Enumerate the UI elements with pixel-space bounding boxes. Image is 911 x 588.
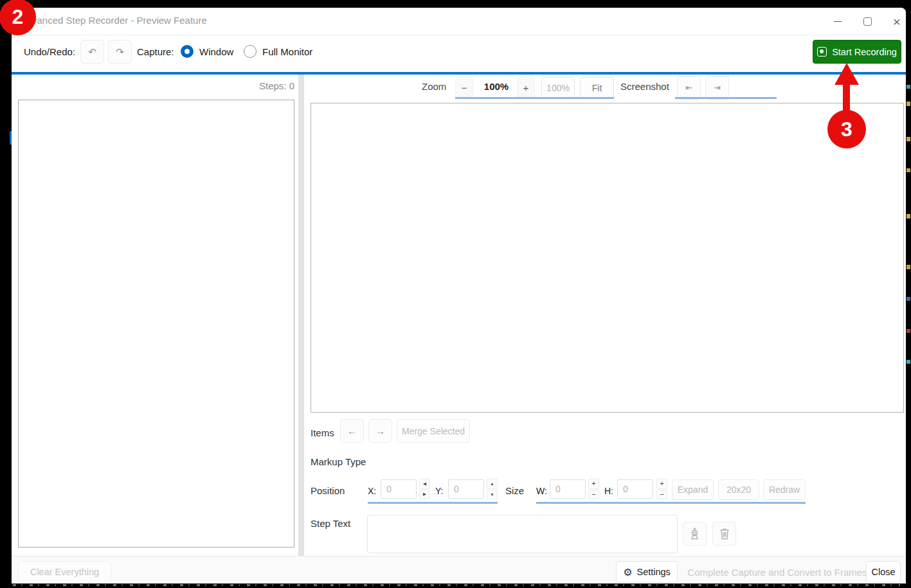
- minimize-button[interactable]: [828, 12, 847, 31]
- triangle-right-icon: ▶: [423, 492, 426, 497]
- step-text-label: Step Text: [311, 518, 350, 529]
- h-input[interactable]: [617, 479, 653, 499]
- complete-capture-button[interactable]: Complete Capture and Convert to Frames: [683, 561, 871, 583]
- record-icon: [817, 47, 827, 57]
- merge-selected-button[interactable]: Merge Selected: [397, 419, 470, 443]
- screenshot-canvas[interactable]: [311, 103, 904, 413]
- steps-list[interactable]: [18, 100, 294, 548]
- screenshot-label: Screenshot: [620, 81, 669, 92]
- zoom-group-underline: [455, 97, 614, 99]
- x-stepper[interactable]: ◀ ▶: [419, 479, 430, 499]
- minus-icon: −: [591, 491, 595, 498]
- annotation-arrow-head: [834, 63, 859, 85]
- capture-label: Capture:: [137, 46, 174, 57]
- screen-artifact: [906, 329, 910, 333]
- start-recording-button[interactable]: Start Recording: [813, 40, 901, 64]
- items-label: Items: [311, 427, 334, 438]
- gear-icon: ⚙: [623, 566, 632, 578]
- accent-divider: [12, 72, 906, 75]
- steps-counter: Steps: 0: [224, 80, 294, 91]
- minimize-icon: [834, 21, 842, 22]
- arrow-right-icon: →: [375, 425, 385, 436]
- screenshot-next-icon: ⇥: [714, 83, 721, 93]
- title-bar[interactable]: vanced Step Recorder - Preview Feature ×: [12, 8, 906, 35]
- delete-step-button[interactable]: [712, 522, 736, 546]
- radio-capture-window-label[interactable]: Window: [199, 46, 233, 57]
- close-dialog-button[interactable]: Close: [866, 561, 901, 583]
- plus-icon: +: [591, 480, 595, 487]
- screen-artifact: [906, 85, 910, 89]
- zoom-fit-button[interactable]: Fit: [580, 77, 614, 98]
- screen-artifact: [13, 584, 900, 586]
- minus-icon: −: [660, 491, 663, 498]
- annotation-step-3: 3: [827, 110, 866, 148]
- plus-icon: +: [523, 82, 529, 93]
- size-label: Size: [505, 485, 524, 496]
- desktop-screenshot: vanced Step Recorder - Preview Feature ×…: [0, 0, 911, 588]
- screen-artifact: [906, 137, 910, 141]
- x-input[interactable]: [381, 479, 417, 499]
- window-title: vanced Step Recorder - Preview Feature: [32, 15, 207, 26]
- triangle-left-icon: ◀: [423, 481, 426, 486]
- screenshot-prev-icon: ⇤: [685, 83, 692, 93]
- maximize-icon: [863, 17, 872, 26]
- position-label: Position: [311, 485, 345, 496]
- w-label: W:: [536, 486, 547, 496]
- y-label: Y:: [435, 486, 443, 496]
- markup-type-label: Markup Type: [311, 456, 366, 467]
- y-input[interactable]: [448, 479, 484, 499]
- redo-icon: ↷: [116, 46, 124, 58]
- triangle-down-icon: ▼: [490, 492, 494, 497]
- undo-redo-label: Undo/Redo:: [24, 46, 75, 57]
- minus-icon: −: [462, 82, 467, 93]
- radio-capture-window[interactable]: [181, 45, 194, 58]
- radio-capture-full-monitor[interactable]: [244, 45, 257, 58]
- h-stepper[interactable]: + −: [656, 479, 667, 499]
- screen-artifact: [906, 168, 910, 172]
- x-label: X:: [368, 486, 376, 496]
- w-input[interactable]: [550, 479, 586, 499]
- zoom-out-button[interactable]: −: [455, 77, 473, 98]
- item-next-button[interactable]: →: [368, 419, 392, 443]
- zoom-level: 100%: [481, 81, 512, 92]
- screen-artifact: [906, 214, 910, 218]
- redraw-button[interactable]: Redraw: [763, 479, 806, 500]
- preset-20x20-button[interactable]: 20x20: [718, 479, 759, 500]
- screenshot-prev-button[interactable]: ⇤: [677, 76, 701, 100]
- screenshot-next-button[interactable]: ⇥: [705, 76, 729, 100]
- w-stepper[interactable]: + −: [588, 479, 599, 499]
- settings-button[interactable]: ⚙ Settings: [616, 561, 678, 583]
- close-button[interactable]: ×: [887, 12, 906, 31]
- redo-button[interactable]: ↷: [108, 40, 132, 64]
- h-label: H:: [604, 486, 613, 496]
- clear-everything-button[interactable]: Clear Everything: [18, 561, 111, 583]
- plus-icon: +: [660, 480, 663, 487]
- screen-artifact: [906, 297, 910, 301]
- close-icon: ×: [893, 15, 901, 28]
- y-stepper[interactable]: ▲ ▼: [487, 479, 498, 499]
- screen-artifact: [906, 102, 910, 106]
- triangle-up-icon: ▲: [490, 481, 494, 486]
- maximize-button[interactable]: [858, 12, 877, 31]
- step-text-input[interactable]: [367, 515, 678, 553]
- screen-artifact: [906, 265, 910, 269]
- start-recording-label: Start Recording: [832, 47, 897, 57]
- app-window: vanced Step Recorder - Preview Feature ×…: [12, 8, 906, 584]
- panel-splitter[interactable]: [298, 75, 304, 556]
- robot-icon: [689, 528, 701, 540]
- zoom-label: Zoom: [422, 81, 446, 92]
- zoom-in-button[interactable]: +: [517, 77, 535, 98]
- screen-artifact: [906, 360, 910, 364]
- expand-button[interactable]: Expand: [672, 479, 714, 500]
- screenshot-group-underline: [675, 97, 777, 99]
- position-group-underline: [368, 502, 498, 504]
- annotation-arrow-shaft: [843, 82, 850, 112]
- undo-icon: ↶: [88, 46, 96, 58]
- radio-capture-full-monitor-label[interactable]: Full Monitor: [262, 46, 312, 57]
- undo-button[interactable]: ↶: [80, 40, 104, 64]
- auto-text-button[interactable]: [683, 522, 707, 546]
- arrow-left-icon: ←: [347, 425, 357, 436]
- item-prev-button[interactable]: ←: [340, 419, 364, 443]
- bottom-bar: Clear Everything ⚙ Settings Complete Cap…: [12, 556, 906, 584]
- zoom-level-input[interactable]: 100%: [541, 77, 575, 98]
